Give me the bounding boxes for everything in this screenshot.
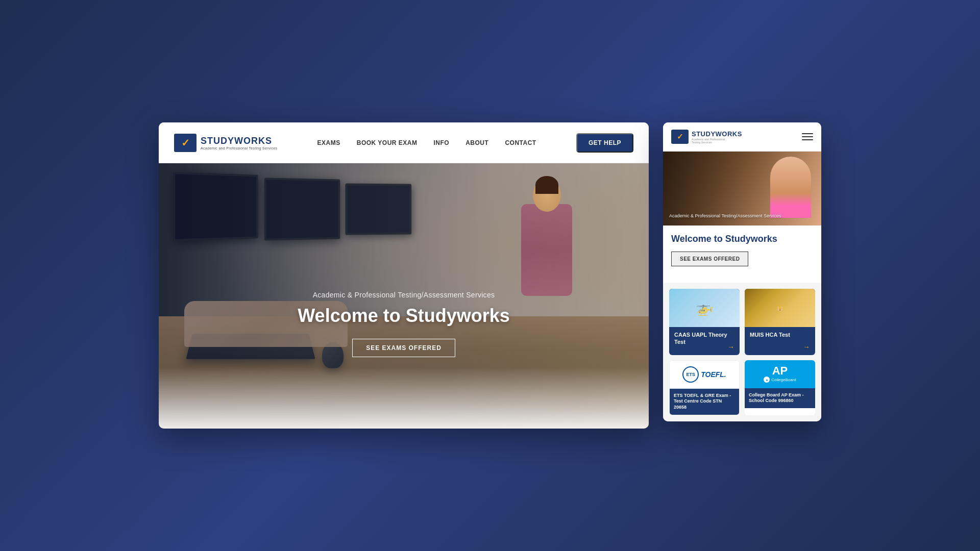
toefl-logo: ETS TOEFL. [682,366,726,383]
card-toefl-body: ETS TOEFL & GRE Exam - Test Centre Code … [670,389,739,415]
logo-check-icon [174,134,197,152]
mobile-bottom-cards: ETS TOEFL. ETS TOEFL & GRE Exam - Test C… [669,360,815,415]
desktop-navbar: STUDYWORKS Academic and Professional Tes… [159,122,649,163]
logo-name: STUDYWORKS [201,136,277,146]
collegeboard-text: CollegeBoard [771,378,796,382]
mobile-hero: Academic & Professional Testing/Assessme… [663,152,821,226]
nav-link-contact[interactable]: CONTACT [505,139,536,146]
card-ap[interactable]: AP ● CollegeBoard College Board AP Exam … [745,360,815,415]
card-toefl-title: ETS TOEFL & GRE Exam - Test Centre Code … [674,393,735,411]
mobile-logo[interactable]: STUDYWORKS Academic and Professional Tes… [671,130,742,144]
card-toefl-image: ETS TOEFL. [670,361,739,389]
card-muis[interactable]: 🕌 MUIS HCA Test → [745,289,815,355]
card-caas[interactable]: 🚁 CAAS UAPL Theory Test → [669,289,740,355]
see-exams-button[interactable]: SEE EXAMS OFFERED [352,339,455,357]
nav-link-book[interactable]: BOOK YOUR EXAM [357,139,418,146]
nav-link-exams[interactable]: EXAMS [317,139,340,146]
mobile-logo-name: STUDYWORKS [692,130,742,138]
mobile-browser-window: STUDYWORKS Academic and Professional Tes… [663,122,821,421]
hero-content: Academic & Professional Testing/Assessme… [159,291,649,357]
mobile-person [770,157,811,218]
ap-header: AP ● CollegeBoard [764,365,796,383]
mobile-logo-tagline: Academic and Professional Testing Servic… [692,138,732,144]
card-muis-title: MUIS HCA Test [750,331,810,338]
desktop-browser-window: STUDYWORKS Academic and Professional Tes… [159,122,649,429]
collegeboard-logo: ● CollegeBoard [764,377,796,383]
mobile-hero-subtitle: Academic & Professional Testing/Assessme… [669,213,781,218]
nav-link-about[interactable]: ABOUT [465,139,488,146]
card-muis-image: 🕌 [745,289,815,327]
card-muis-arrow: → [803,343,810,351]
hamburger-line-2 [802,136,813,137]
card-caas-image: 🚁 [669,289,740,327]
hero-lab-bg: Academic & Professional Testing/Assessme… [159,163,649,429]
card-toefl[interactable]: ETS TOEFL. ETS TOEFL & GRE Exam - Test C… [669,360,740,415]
main-scene: STUDYWORKS Academic and Professional Tes… [149,112,831,439]
mobile-welcome-section: Welcome to Studyworks SEE EXAMS OFFERED [663,226,821,283]
mobile-hero-text: Academic & Professional Testing/Assessme… [669,213,781,220]
collegeboard-icon: ● [764,377,770,383]
card-ap-image: AP ● CollegeBoard [745,360,815,388]
toefl-word: TOEFL. [701,370,726,379]
mobile-navbar: STUDYWORKS Academic and Professional Tes… [663,122,821,152]
get-help-button[interactable]: GET HELP [576,133,633,153]
hero-subtitle: Academic & Professional Testing/Assessme… [159,291,649,299]
nav-link-info[interactable]: INFO [434,139,450,146]
person-head [533,179,561,212]
crowd-icon: 🕌 [777,305,783,311]
desktop-logo[interactable]: STUDYWORKS Academic and Professional Tes… [174,134,277,152]
ap-label: AP [764,365,796,377]
hero-fade [159,367,649,429]
desktop-hero: Academic & Professional Testing/Assessme… [159,163,649,429]
hamburger-line-3 [802,139,813,140]
mobile-logo-icon [671,130,689,144]
card-caas-title: CAAS UAPL Theory Test [674,331,734,346]
person-hair [535,176,558,194]
desktop-nav-links: EXAMS BOOK YOUR EXAM INFO ABOUT CONTACT [277,139,576,146]
logo-tagline: Academic and Professional Testing Servic… [201,146,277,150]
mobile-cards-section: 🚁 CAAS UAPL Theory Test → 🕌 MUIS HCA Tes… [663,283,821,421]
drone-icon: 🚁 [696,299,714,316]
card-ap-body: College Board AP Exam - School Code 9968… [745,388,815,408]
mobile-see-exams-button[interactable]: SEE EXAMS OFFERED [671,252,748,266]
card-ap-title: College Board AP Exam - School Code 9968… [749,392,811,404]
hamburger-line-1 [802,133,813,134]
card-caas-arrow: → [727,343,734,351]
hamburger-menu[interactable] [802,133,813,140]
mobile-cards-grid: 🚁 CAAS UAPL Theory Test → 🕌 MUIS HCA Tes… [669,289,815,355]
mobile-welcome-title: Welcome to Studyworks [671,234,813,244]
hero-title: Welcome to Studyworks [159,305,649,327]
ets-badge: ETS [682,366,699,383]
